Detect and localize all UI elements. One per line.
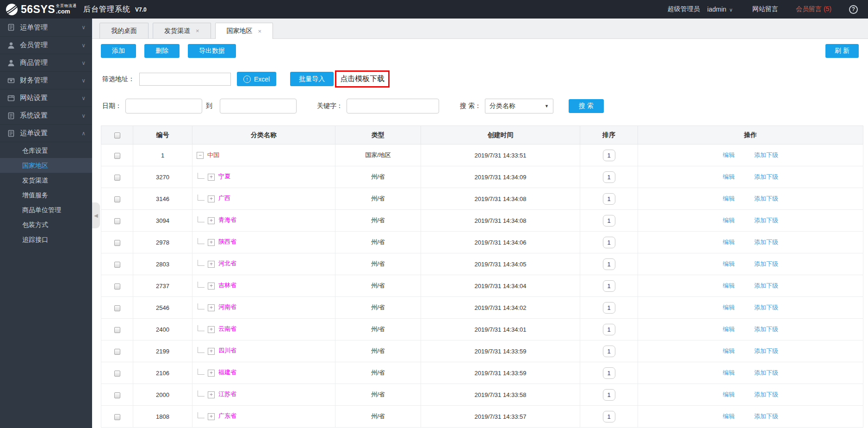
add-child-link[interactable]: 添加下级 bbox=[754, 239, 778, 245]
close-icon[interactable]: × bbox=[196, 27, 199, 34]
sidebar-item[interactable]: 运单管理∨ bbox=[0, 19, 92, 36]
template-download-link[interactable]: 点击模板下载 bbox=[335, 70, 390, 88]
row-checkbox[interactable] bbox=[114, 414, 120, 420]
sort-order-input[interactable]: 1 bbox=[603, 346, 615, 357]
sidebar-subitem[interactable]: 增值服务 bbox=[0, 188, 92, 202]
add-child-link[interactable]: 添加下级 bbox=[754, 391, 778, 398]
row-checkbox[interactable] bbox=[114, 196, 120, 202]
tab[interactable]: 国家地区× bbox=[215, 23, 273, 39]
tree-expand-icon[interactable]: + bbox=[208, 413, 215, 420]
region-name-link[interactable]: 福建省 bbox=[218, 369, 236, 376]
row-checkbox[interactable] bbox=[114, 371, 120, 377]
close-icon[interactable]: × bbox=[258, 28, 262, 35]
region-name-link[interactable]: 广西 bbox=[218, 195, 230, 201]
region-name-link[interactable]: 江苏省 bbox=[218, 390, 236, 397]
region-name-link[interactable]: 中国 bbox=[207, 151, 219, 158]
edit-link[interactable]: 编辑 bbox=[723, 369, 735, 376]
row-checkbox[interactable] bbox=[114, 153, 120, 159]
region-name-link[interactable]: 陕西省 bbox=[218, 238, 236, 245]
tree-expand-icon[interactable]: + bbox=[208, 283, 215, 290]
add-child-link[interactable]: 添加下级 bbox=[754, 347, 778, 354]
tree-expand-icon[interactable]: + bbox=[208, 348, 215, 355]
region-name-link[interactable]: 广东省 bbox=[218, 412, 236, 419]
region-name-link[interactable]: 青海省 bbox=[218, 216, 236, 223]
sort-order-input[interactable]: 1 bbox=[603, 389, 615, 401]
region-name-link[interactable]: 吉林省 bbox=[218, 282, 236, 289]
sort-order-input[interactable]: 1 bbox=[603, 258, 615, 270]
add-child-link[interactable]: 添加下级 bbox=[754, 369, 778, 376]
tree-expand-icon[interactable]: + bbox=[208, 370, 215, 377]
sidebar-item[interactable]: 商品管理∨ bbox=[0, 54, 92, 71]
tab[interactable]: 我的桌面 bbox=[99, 23, 149, 38]
add-child-link[interactable]: 添加下级 bbox=[754, 282, 778, 289]
add-child-link[interactable]: 添加下级 bbox=[754, 151, 778, 158]
refresh-button[interactable]: 刷 新 bbox=[825, 44, 859, 58]
tree-expand-icon[interactable]: + bbox=[208, 391, 215, 398]
sidebar-subitem[interactable]: 发货渠道 bbox=[0, 173, 92, 188]
tree-expand-icon[interactable]: + bbox=[208, 304, 215, 311]
help-icon[interactable]: ? bbox=[849, 5, 858, 14]
sort-order-input[interactable]: 1 bbox=[603, 171, 615, 183]
delete-button[interactable]: 删除 bbox=[144, 44, 180, 58]
edit-link[interactable]: 编辑 bbox=[723, 347, 735, 354]
sidebar-subitem[interactable]: 仓库设置 bbox=[0, 143, 92, 158]
keyword-input[interactable] bbox=[347, 99, 439, 113]
edit-link[interactable]: 编辑 bbox=[723, 413, 735, 420]
tree-expand-icon[interactable]: + bbox=[208, 261, 215, 268]
sidebar-item[interactable]: 网站设置∨ bbox=[0, 89, 92, 107]
sort-order-input[interactable]: 1 bbox=[603, 237, 615, 248]
edit-link[interactable]: 编辑 bbox=[723, 304, 735, 311]
edit-link[interactable]: 编辑 bbox=[723, 195, 735, 202]
add-child-link[interactable]: 添加下级 bbox=[754, 260, 778, 267]
edit-link[interactable]: 编辑 bbox=[723, 260, 735, 267]
sidebar-item[interactable]: 运单设置∧ bbox=[0, 124, 92, 142]
row-checkbox[interactable] bbox=[114, 305, 120, 311]
select-all-checkbox[interactable] bbox=[114, 132, 120, 138]
row-checkbox[interactable] bbox=[114, 175, 120, 181]
edit-link[interactable]: 编辑 bbox=[723, 239, 735, 245]
search-button[interactable]: 搜 索 bbox=[569, 99, 604, 113]
sort-order-input[interactable]: 1 bbox=[603, 302, 615, 314]
sidebar-item[interactable]: 会员管理∨ bbox=[0, 36, 92, 54]
row-checkbox[interactable] bbox=[114, 218, 120, 224]
add-child-link[interactable]: 添加下级 bbox=[754, 195, 778, 202]
region-name-link[interactable]: 河南省 bbox=[218, 303, 236, 310]
add-child-link[interactable]: 添加下级 bbox=[754, 413, 778, 420]
date-to-input[interactable] bbox=[220, 99, 297, 113]
edit-link[interactable]: 编辑 bbox=[723, 217, 735, 224]
edit-link[interactable]: 编辑 bbox=[723, 282, 735, 289]
sidebar-subitem[interactable]: 包装方式 bbox=[0, 217, 92, 232]
region-name-link[interactable]: 四川省 bbox=[218, 347, 236, 354]
sidebar-collapse-handle[interactable]: ◀ bbox=[92, 202, 100, 228]
add-child-link[interactable]: 添加下级 bbox=[754, 217, 778, 224]
sidebar-subitem[interactable]: 商品单位管理 bbox=[0, 202, 92, 217]
add-button[interactable]: 添加 bbox=[101, 44, 136, 58]
edit-link[interactable]: 编辑 bbox=[723, 326, 735, 333]
row-checkbox[interactable] bbox=[114, 283, 120, 290]
sidebar-item[interactable]: 财务管理∨ bbox=[0, 71, 92, 89]
region-name-link[interactable]: 宁夏 bbox=[218, 173, 230, 180]
member-messages-link[interactable]: 会员留言(5) bbox=[796, 5, 831, 13]
edit-link[interactable]: 编辑 bbox=[723, 173, 735, 180]
row-checkbox[interactable] bbox=[114, 392, 120, 398]
region-name-link[interactable]: 云南省 bbox=[218, 325, 236, 332]
tree-collapse-icon[interactable]: − bbox=[197, 152, 204, 159]
add-child-link[interactable]: 添加下级 bbox=[754, 326, 778, 333]
sort-order-input[interactable]: 1 bbox=[603, 193, 615, 205]
sort-order-input[interactable]: 1 bbox=[603, 367, 615, 379]
tree-expand-icon[interactable]: + bbox=[208, 326, 215, 333]
region-name-link[interactable]: 河北省 bbox=[218, 260, 236, 267]
sidebar-subitem[interactable]: 国家地区 bbox=[0, 158, 92, 173]
row-checkbox[interactable] bbox=[114, 349, 120, 355]
tree-expand-icon[interactable]: + bbox=[208, 239, 215, 246]
date-from-input[interactable] bbox=[125, 99, 202, 113]
edit-link[interactable]: 编辑 bbox=[723, 151, 735, 158]
add-child-link[interactable]: 添加下级 bbox=[754, 173, 778, 180]
row-checkbox[interactable] bbox=[114, 262, 120, 268]
search-field-select[interactable]: 分类名称 ▼ bbox=[485, 99, 553, 113]
add-child-link[interactable]: 添加下级 bbox=[754, 304, 778, 311]
row-checkbox[interactable] bbox=[114, 240, 120, 246]
tab[interactable]: 发货渠道× bbox=[153, 23, 211, 38]
edit-link[interactable]: 编辑 bbox=[723, 391, 735, 398]
sort-order-input[interactable]: 1 bbox=[603, 215, 615, 227]
